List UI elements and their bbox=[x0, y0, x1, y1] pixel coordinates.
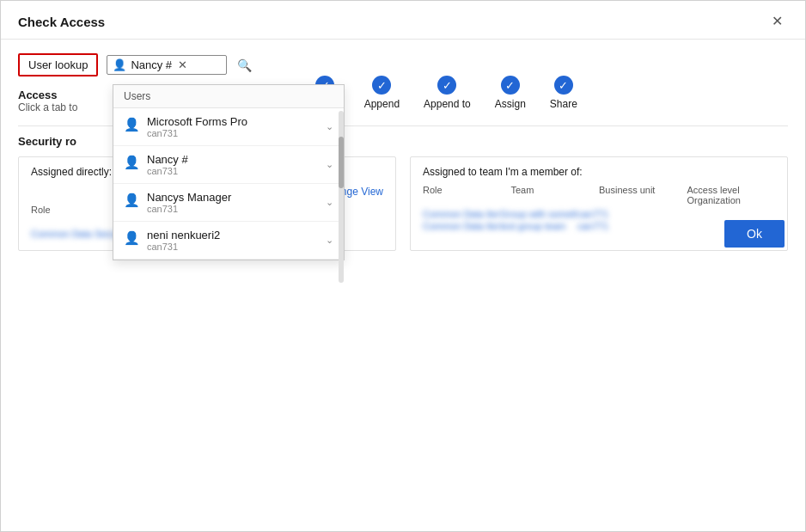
chevron-down-icon: ⌄ bbox=[326, 159, 333, 170]
team-bu-0: can771 bbox=[577, 209, 655, 219]
permissions-row: ✓ Delete ✓ Append ✓ Append to ✓ Assign ✓… bbox=[310, 76, 788, 110]
user-avatar-icon: 👤 bbox=[124, 230, 140, 246]
dropdown-item-sub-2: can731 bbox=[147, 204, 231, 214]
dropdown-item-sub-0: can731 bbox=[147, 128, 247, 138]
search-button[interactable]: 🔍 bbox=[235, 59, 253, 71]
chevron-down-icon: ⌄ bbox=[326, 121, 333, 132]
dropdown-item-0[interactable]: 👤 Microsoft Forms Pro can731 ⌄ bbox=[113, 108, 344, 146]
dropdown-scrollbar[interactable] bbox=[339, 111, 344, 283]
perm-label-append: Append bbox=[364, 98, 400, 110]
user-lookup-value: Nancy # bbox=[131, 58, 172, 71]
team-role-0: Common Data Item... bbox=[423, 209, 500, 219]
dropdown-item-name-1: Nancy # bbox=[147, 153, 188, 166]
user-lookup-input[interactable]: 👤 Nancy # ✕ bbox=[107, 55, 227, 75]
user-dropdown: Users 👤 Microsoft Forms Pro can731 ⌄ 👤 bbox=[113, 84, 345, 260]
check-access-dialog: Check Access ✕ User lookup 👤 Nancy # ✕ 🔍… bbox=[0, 0, 806, 532]
col-al-t: Access levelOrganization bbox=[687, 185, 776, 205]
team-team-0: Group with someth... bbox=[500, 209, 577, 219]
dialog-header: Check Access ✕ bbox=[1, 1, 805, 40]
dropdown-item-text-0: Microsoft Forms Pro can731 bbox=[147, 115, 247, 138]
perm-append: ✓ Append bbox=[364, 76, 400, 110]
col-team-t: Team bbox=[511, 185, 600, 205]
col-bu-t: Business unit bbox=[599, 185, 687, 205]
clear-button[interactable]: ✕ bbox=[176, 59, 189, 70]
dropdown-item-name-0: Microsoft Forms Pro bbox=[147, 115, 247, 128]
dialog-body: User lookup 👤 Nancy # ✕ 🔍 Users 👤 Micros… bbox=[1, 40, 805, 265]
close-button[interactable]: ✕ bbox=[766, 13, 788, 30]
user-avatar-icon: 👤 bbox=[124, 117, 140, 132]
ok-button[interactable]: Ok bbox=[724, 220, 785, 248]
perm-check-share: ✓ bbox=[554, 76, 573, 95]
team-bu-1: can771 bbox=[577, 221, 655, 231]
dropdown-item-3[interactable]: 👤 neni nenkueri2 can731 ⌄ bbox=[113, 222, 344, 260]
dropdown-header: Users bbox=[113, 85, 344, 108]
dialog-title: Check Access bbox=[18, 15, 105, 29]
perm-appendto: ✓ Append to bbox=[424, 76, 471, 110]
user-lookup-row: User lookup 👤 Nancy # ✕ 🔍 Users 👤 Micros… bbox=[18, 53, 788, 76]
dropdown-item-sub-3: can731 bbox=[147, 242, 220, 252]
perm-label-assign: Assign bbox=[495, 98, 526, 110]
user-avatar-icon: 👤 bbox=[124, 193, 140, 208]
assigned-team-row-1: Common Data Item... test group team can7… bbox=[423, 221, 775, 231]
assigned-team-cols: Role Team Business unit Access levelOrga… bbox=[423, 185, 775, 205]
dropdown-item-name-3: neni nenkueri2 bbox=[147, 229, 220, 242]
col-role-t: Role bbox=[423, 185, 511, 205]
dropdown-item-text-1: Nancy # can731 bbox=[147, 153, 188, 176]
perm-check-assign: ✓ bbox=[501, 76, 520, 95]
assigned-team-row-0: Common Data Item... Group with someth...… bbox=[423, 209, 775, 219]
perm-check-appendto: ✓ bbox=[437, 76, 456, 95]
team-al-0 bbox=[655, 209, 775, 219]
user-lookup-label: User lookup bbox=[18, 53, 98, 76]
user-avatar-icon: 👤 bbox=[124, 155, 140, 170]
dropdown-item-text-2: Nancys Manager can731 bbox=[147, 191, 231, 214]
dropdown-scrollbar-thumb bbox=[339, 137, 344, 188]
dropdown-item-sub-1: can731 bbox=[147, 166, 188, 176]
team-team-1: test group team bbox=[500, 221, 577, 231]
perm-label-share: Share bbox=[550, 98, 577, 110]
user-icon: 👤 bbox=[113, 58, 126, 71]
dropdown-item-2[interactable]: 👤 Nancys Manager can731 ⌄ bbox=[113, 184, 344, 222]
assigned-directly-role: Common Data Service role bbox=[31, 229, 108, 239]
perm-label-appendto: Append to bbox=[424, 98, 471, 110]
dropdown-item-1[interactable]: 👤 Nancy # can731 ⌄ bbox=[113, 146, 344, 184]
assigned-team-title: Assigned to team I'm a member of: bbox=[423, 166, 775, 178]
perm-share: ✓ Share bbox=[550, 76, 577, 110]
dropdown-item-text-3: neni nenkueri2 can731 bbox=[147, 229, 220, 252]
dropdown-item-name-2: Nancys Manager bbox=[147, 191, 231, 204]
team-role-1: Common Data Item... bbox=[423, 221, 500, 231]
perm-assign: ✓ Assign bbox=[495, 76, 526, 110]
perm-check-append: ✓ bbox=[372, 76, 391, 95]
chevron-down-icon: ⌄ bbox=[326, 235, 333, 246]
chevron-down-icon: ⌄ bbox=[326, 197, 333, 208]
